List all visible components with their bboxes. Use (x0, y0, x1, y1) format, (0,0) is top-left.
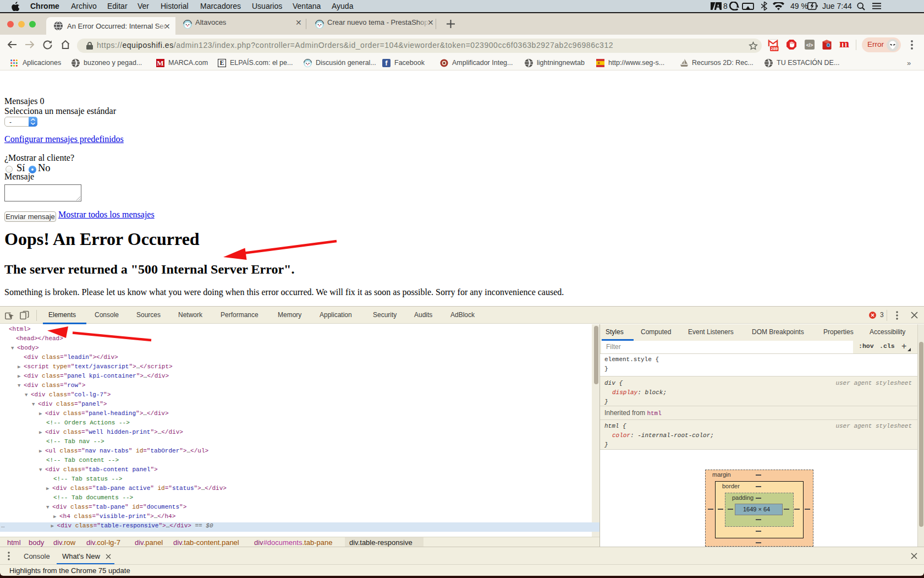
svg-text:</>: </> (806, 42, 813, 48)
svg-text:289: 289 (771, 46, 778, 51)
